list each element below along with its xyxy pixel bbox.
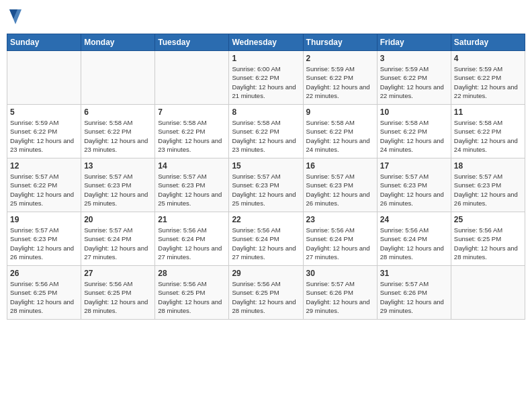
calendar-cell: 3Sunrise: 5:59 AM Sunset: 6:22 PM Daylig… bbox=[377, 51, 451, 105]
day-number: 13 bbox=[84, 161, 152, 171]
day-info: Sunrise: 5:57 AM Sunset: 6:26 PM Dayligh… bbox=[380, 279, 448, 315]
day-info: Sunrise: 5:58 AM Sunset: 6:22 PM Dayligh… bbox=[454, 118, 522, 154]
calendar-page: SundayMondayTuesdayWednesdayThursdayFrid… bbox=[0, 0, 532, 411]
day-info: Sunrise: 5:56 AM Sunset: 6:24 PM Dayligh… bbox=[306, 226, 374, 261]
day-header-tuesday: Tuesday bbox=[155, 34, 229, 51]
calendar-cell: 18Sunrise: 5:57 AM Sunset: 6:23 PM Dayli… bbox=[451, 158, 525, 212]
day-info: Sunrise: 5:59 AM Sunset: 6:22 PM Dayligh… bbox=[306, 64, 374, 100]
day-number: 22 bbox=[232, 215, 300, 224]
day-number: 4 bbox=[454, 54, 522, 63]
day-info: Sunrise: 5:56 AM Sunset: 6:25 PM Dayligh… bbox=[158, 279, 226, 315]
day-header-monday: Monday bbox=[81, 34, 155, 51]
day-number: 21 bbox=[158, 215, 226, 224]
calendar-week-4: 19Sunrise: 5:57 AM Sunset: 6:23 PM Dayli… bbox=[7, 212, 525, 266]
calendar-cell: 19Sunrise: 5:57 AM Sunset: 6:23 PM Dayli… bbox=[7, 212, 81, 266]
day-number: 11 bbox=[454, 107, 522, 117]
day-info: Sunrise: 6:00 AM Sunset: 6:22 PM Dayligh… bbox=[232, 64, 300, 100]
day-number: 16 bbox=[306, 161, 374, 171]
calendar-cell: 29Sunrise: 5:56 AM Sunset: 6:25 PM Dayli… bbox=[229, 266, 303, 320]
day-header-thursday: Thursday bbox=[303, 34, 377, 51]
day-number: 2 bbox=[306, 54, 374, 63]
day-number: 27 bbox=[84, 269, 152, 278]
day-number: 24 bbox=[380, 215, 448, 224]
calendar-cell: 5Sunrise: 5:59 AM Sunset: 6:22 PM Daylig… bbox=[7, 105, 81, 158]
day-info: Sunrise: 5:56 AM Sunset: 6:25 PM Dayligh… bbox=[454, 226, 522, 261]
calendar-cell: 2Sunrise: 5:59 AM Sunset: 6:22 PM Daylig… bbox=[303, 51, 377, 105]
calendar-cell: 15Sunrise: 5:57 AM Sunset: 6:23 PM Dayli… bbox=[229, 158, 303, 212]
day-info: Sunrise: 5:56 AM Sunset: 6:25 PM Dayligh… bbox=[84, 279, 152, 315]
logo-icon bbox=[8, 7, 23, 28]
day-info: Sunrise: 5:56 AM Sunset: 6:24 PM Dayligh… bbox=[232, 226, 300, 261]
day-number: 8 bbox=[232, 107, 300, 117]
calendar-week-5: 26Sunrise: 5:56 AM Sunset: 6:25 PM Dayli… bbox=[7, 266, 525, 320]
day-info: Sunrise: 5:57 AM Sunset: 6:23 PM Dayligh… bbox=[232, 172, 300, 208]
calendar-cell: 23Sunrise: 5:56 AM Sunset: 6:24 PM Dayli… bbox=[303, 212, 377, 266]
day-header-friday: Friday bbox=[377, 34, 451, 51]
day-info: Sunrise: 5:57 AM Sunset: 6:23 PM Dayligh… bbox=[306, 172, 374, 208]
calendar-cell: 9Sunrise: 5:58 AM Sunset: 6:22 PM Daylig… bbox=[303, 105, 377, 158]
calendar-cell: 17Sunrise: 5:57 AM Sunset: 6:23 PM Dayli… bbox=[377, 158, 451, 212]
day-info: Sunrise: 5:58 AM Sunset: 6:22 PM Dayligh… bbox=[380, 118, 448, 154]
calendar-cell: 16Sunrise: 5:57 AM Sunset: 6:23 PM Dayli… bbox=[303, 158, 377, 212]
calendar-cell bbox=[7, 51, 81, 105]
day-number: 9 bbox=[306, 107, 374, 117]
day-info: Sunrise: 5:56 AM Sunset: 6:24 PM Dayligh… bbox=[380, 226, 448, 261]
day-info: Sunrise: 5:57 AM Sunset: 6:23 PM Dayligh… bbox=[10, 226, 78, 261]
calendar-table: SundayMondayTuesdayWednesdayThursdayFrid… bbox=[7, 34, 525, 320]
day-info: Sunrise: 5:57 AM Sunset: 6:23 PM Dayligh… bbox=[84, 172, 152, 208]
day-number: 10 bbox=[380, 107, 448, 117]
day-number: 14 bbox=[158, 161, 226, 171]
calendar-cell bbox=[451, 266, 525, 320]
day-number: 1 bbox=[232, 54, 300, 63]
calendar-cell: 6Sunrise: 5:58 AM Sunset: 6:22 PM Daylig… bbox=[81, 105, 155, 158]
calendar-cell: 30Sunrise: 5:57 AM Sunset: 6:26 PM Dayli… bbox=[303, 266, 377, 320]
calendar-cell: 4Sunrise: 5:59 AM Sunset: 6:22 PM Daylig… bbox=[451, 51, 525, 105]
calendar-cell: 21Sunrise: 5:56 AM Sunset: 6:24 PM Dayli… bbox=[155, 212, 229, 266]
day-info: Sunrise: 5:57 AM Sunset: 6:24 PM Dayligh… bbox=[84, 226, 152, 261]
day-header-saturday: Saturday bbox=[451, 34, 525, 51]
calendar-cell: 31Sunrise: 5:57 AM Sunset: 6:26 PM Dayli… bbox=[377, 266, 451, 320]
day-header-sunday: Sunday bbox=[7, 34, 81, 51]
day-info: Sunrise: 5:56 AM Sunset: 6:25 PM Dayligh… bbox=[232, 279, 300, 315]
calendar-cell: 7Sunrise: 5:58 AM Sunset: 6:22 PM Daylig… bbox=[155, 105, 229, 158]
calendar-cell: 12Sunrise: 5:57 AM Sunset: 6:22 PM Dayli… bbox=[7, 158, 81, 212]
day-info: Sunrise: 5:59 AM Sunset: 6:22 PM Dayligh… bbox=[454, 64, 522, 100]
calendar-cell: 22Sunrise: 5:56 AM Sunset: 6:24 PM Dayli… bbox=[229, 212, 303, 266]
day-number: 12 bbox=[10, 161, 78, 171]
day-info: Sunrise: 5:57 AM Sunset: 6:22 PM Dayligh… bbox=[10, 172, 78, 208]
calendar-cell bbox=[81, 51, 155, 105]
calendar-cell: 8Sunrise: 5:58 AM Sunset: 6:22 PM Daylig… bbox=[229, 105, 303, 158]
calendar-cell bbox=[155, 51, 229, 105]
calendar-cell: 10Sunrise: 5:58 AM Sunset: 6:22 PM Dayli… bbox=[377, 105, 451, 158]
calendar-week-2: 5Sunrise: 5:59 AM Sunset: 6:22 PM Daylig… bbox=[7, 105, 525, 158]
calendar-cell: 20Sunrise: 5:57 AM Sunset: 6:24 PM Dayli… bbox=[81, 212, 155, 266]
calendar-cell: 27Sunrise: 5:56 AM Sunset: 6:25 PM Dayli… bbox=[81, 266, 155, 320]
day-number: 28 bbox=[158, 269, 226, 278]
day-number: 31 bbox=[380, 269, 448, 278]
calendar-cell: 11Sunrise: 5:58 AM Sunset: 6:22 PM Dayli… bbox=[451, 105, 525, 158]
day-info: Sunrise: 5:58 AM Sunset: 6:22 PM Dayligh… bbox=[306, 118, 374, 154]
day-header-wednesday: Wednesday bbox=[229, 34, 303, 51]
calendar-week-3: 12Sunrise: 5:57 AM Sunset: 6:22 PM Dayli… bbox=[7, 158, 525, 212]
day-number: 20 bbox=[84, 215, 152, 224]
day-number: 7 bbox=[158, 107, 226, 117]
day-number: 30 bbox=[306, 269, 374, 278]
day-info: Sunrise: 5:56 AM Sunset: 6:25 PM Dayligh… bbox=[10, 279, 78, 315]
day-info: Sunrise: 5:58 AM Sunset: 6:22 PM Dayligh… bbox=[232, 118, 300, 154]
header bbox=[7, 7, 525, 28]
logo bbox=[7, 7, 23, 28]
day-info: Sunrise: 5:57 AM Sunset: 6:23 PM Dayligh… bbox=[158, 172, 226, 208]
day-number: 6 bbox=[84, 107, 152, 117]
day-number: 15 bbox=[232, 161, 300, 171]
day-info: Sunrise: 5:59 AM Sunset: 6:22 PM Dayligh… bbox=[380, 64, 448, 100]
calendar-cell: 26Sunrise: 5:56 AM Sunset: 6:25 PM Dayli… bbox=[7, 266, 81, 320]
day-number: 29 bbox=[232, 269, 300, 278]
calendar-week-1: 1Sunrise: 6:00 AM Sunset: 6:22 PM Daylig… bbox=[7, 51, 525, 105]
day-info: Sunrise: 5:57 AM Sunset: 6:26 PM Dayligh… bbox=[306, 279, 374, 315]
day-number: 25 bbox=[454, 215, 522, 224]
day-info: Sunrise: 5:57 AM Sunset: 6:23 PM Dayligh… bbox=[380, 172, 448, 208]
day-number: 23 bbox=[306, 215, 374, 224]
day-number: 18 bbox=[454, 161, 522, 171]
day-info: Sunrise: 5:58 AM Sunset: 6:22 PM Dayligh… bbox=[158, 118, 226, 154]
day-number: 5 bbox=[10, 107, 78, 117]
